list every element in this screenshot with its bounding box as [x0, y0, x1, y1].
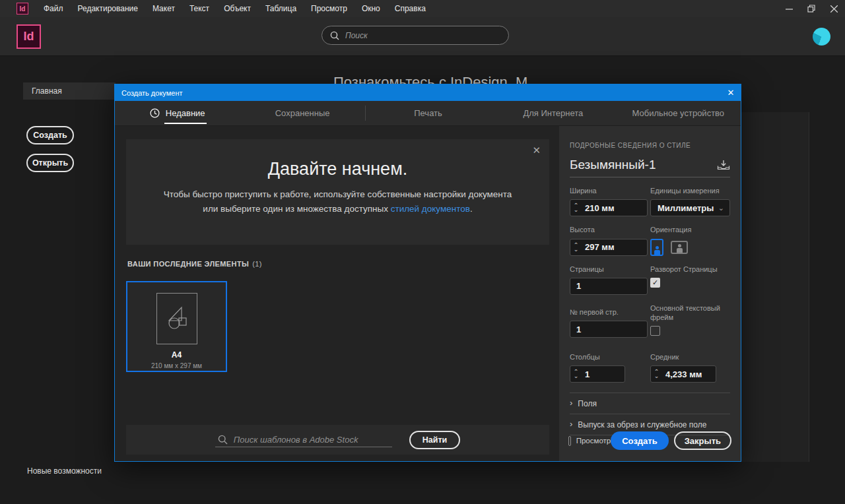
tab-mobile-label: Мобильное устройство	[632, 108, 725, 118]
pages-label: Страницы	[570, 265, 648, 274]
menu-layout[interactable]: Макет	[145, 0, 182, 17]
columns-label: Столбцы	[570, 352, 648, 362]
close-window-icon[interactable]	[823, 0, 845, 17]
whats-new-link[interactable]: Новые возможности	[27, 466, 102, 476]
stepper-arrows-icon[interactable]: ⌃⌄	[570, 243, 582, 252]
width-label: Ширина	[570, 186, 648, 195]
dialog-title: Создать документ	[121, 89, 183, 97]
chevron-right-icon: ›	[570, 419, 572, 429]
units-label: Единицы измерения	[650, 186, 730, 195]
menu-object[interactable]: Объект	[217, 0, 258, 17]
tab-mobile[interactable]: Мобильное устройство	[616, 101, 741, 125]
facing-pages-checkbox[interactable]: ✓	[650, 278, 660, 288]
menu-file[interactable]: Файл	[36, 0, 71, 17]
start-page-input[interactable]: 1	[570, 321, 648, 338]
window-controls	[778, 0, 845, 17]
app-search-input[interactable]: Поиск	[321, 26, 509, 45]
primary-text-frame-label: Основной текстовый фрейм	[650, 303, 730, 323]
preset-details-sidebar: ПОДРОБНЫЕ СВЕДЕНИЯ О СТИЛЕ Безымянный-1 …	[559, 126, 741, 461]
tab-saved[interactable]: Сохраненные	[240, 101, 364, 125]
background-panel	[741, 112, 809, 462]
document-name-input[interactable]: Безымянный-1	[570, 158, 656, 172]
orientation-field: Ориентация	[650, 225, 730, 255]
stepper-arrows-icon[interactable]: ⌃⌄	[570, 369, 582, 379]
hero-body: Чтобы быстро приступить к работе, исполь…	[160, 187, 516, 216]
menu-type[interactable]: Текст	[182, 0, 217, 17]
columns-value: 1	[582, 369, 590, 379]
gutter-label: Средник	[650, 352, 730, 362]
start-page-value: 1	[570, 325, 581, 334]
save-preset-icon[interactable]	[717, 160, 730, 171]
units-select[interactable]: Миллиметры ⌄	[650, 199, 730, 216]
stock-search-placeholder: Поиск шаблонов в Adobe Stock	[234, 435, 358, 445]
tab-print-label: Печать	[414, 108, 442, 118]
home-create-button[interactable]: Создать	[26, 126, 74, 144]
pages-input[interactable]: 1	[570, 278, 648, 295]
preview-checkbox[interactable]	[568, 436, 571, 446]
recent-document-card[interactable]: A4 210 мм x 297 мм	[126, 281, 227, 372]
tab-web[interactable]: Для Интернета	[490, 101, 615, 125]
height-stepper[interactable]: ⌃⌄ 297 мм	[570, 239, 648, 256]
tab-home[interactable]: Главная	[23, 82, 116, 100]
app-bar: Id Поиск	[0, 17, 845, 56]
search-icon	[218, 435, 228, 445]
start-page-field: № первой стр. 1	[570, 307, 648, 338]
orientation-landscape-icon[interactable]	[671, 241, 688, 254]
create-document-dialog: Создать документ ✕ Недавние Сохраненные …	[114, 84, 741, 462]
recent-items-heading: ВАШИ ПОСЛЕДНИЕ ЭЛЕМЕНТЫ(1)	[127, 260, 262, 268]
gutter-field: Средник ⌃⌄ 4,233 мм	[650, 352, 730, 383]
tab-recent[interactable]: Недавние	[115, 101, 240, 125]
height-field: Высота ⌃⌄ 297 мм	[570, 225, 648, 255]
close-dialog-button[interactable]: Закрыть	[674, 431, 731, 450]
dialog-close-icon[interactable]: ✕	[721, 88, 741, 98]
menu-help[interactable]: Справка	[388, 0, 433, 17]
tab-home-label: Главная	[32, 86, 62, 96]
margins-label: Поля	[578, 399, 597, 408]
user-avatar[interactable]	[813, 28, 830, 46]
card-name: A4	[172, 350, 182, 360]
check-icon: ✓	[652, 278, 658, 287]
stepper-arrows-icon[interactable]: ⌃⌄	[570, 203, 582, 212]
document-styles-link[interactable]: стилей документов	[391, 204, 470, 214]
units-field: Единицы измерения Миллиметры ⌄	[650, 186, 730, 216]
width-value: 210 мм	[582, 203, 615, 213]
margins-disclosure[interactable]: › Поля	[570, 393, 730, 414]
orientation-portrait-icon[interactable]	[650, 239, 663, 256]
facing-pages-label: Разворот Страницы	[650, 265, 730, 274]
menu-window[interactable]: Окно	[355, 0, 388, 17]
menu-table[interactable]: Таблица	[258, 0, 304, 17]
height-value: 297 мм	[582, 242, 615, 252]
tab-web-label: Для Интернета	[523, 108, 583, 118]
hero-panel: ✕ Давайте начнем. Чтобы быстро приступит…	[126, 139, 549, 245]
menu-items: Файл Редактирование Макет Текст Объект Т…	[36, 0, 433, 17]
menu-edit[interactable]: Редактирование	[71, 0, 145, 17]
gutter-stepper[interactable]: ⌃⌄ 4,233 мм	[650, 365, 716, 383]
card-size: 210 мм x 297 мм	[151, 362, 202, 369]
tab-print[interactable]: Печать	[366, 101, 490, 125]
hero-close-icon[interactable]: ✕	[532, 144, 541, 156]
height-label: Высота	[570, 225, 648, 234]
clock-icon	[150, 108, 160, 118]
document-thumbnail-icon	[156, 293, 197, 344]
pages-field: Страницы 1	[570, 265, 648, 295]
stock-search-input[interactable]: Поиск шаблонов в Adobe Stock	[215, 433, 392, 447]
home-open-button[interactable]: Открыть	[26, 154, 74, 172]
dialog-content: ✕ Давайте начнем. Чтобы быстро приступит…	[115, 126, 559, 461]
tab-saved-label: Сохраненные	[275, 108, 330, 118]
chevron-right-icon: ›	[570, 398, 572, 408]
pages-value: 1	[570, 281, 581, 291]
app-search-placeholder: Поиск	[345, 31, 368, 40]
stock-search-bar: Поиск шаблонов в Adobe Stock Найти	[126, 425, 549, 455]
indesign-mini-logo-icon: Id	[17, 3, 28, 15]
minimize-icon[interactable]	[778, 0, 800, 17]
stock-search-button[interactable]: Найти	[409, 431, 460, 449]
menu-view[interactable]: Просмотр	[304, 0, 355, 17]
stepper-arrows-icon[interactable]: ⌃⌄	[651, 369, 662, 379]
preview-label: Просмотр	[576, 437, 611, 445]
restore-icon[interactable]	[800, 0, 823, 17]
width-stepper[interactable]: ⌃⌄ 210 мм	[570, 199, 648, 216]
menu-bar: Id Файл Редактирование Макет Текст Объек…	[0, 0, 845, 17]
columns-stepper[interactable]: ⌃⌄ 1	[570, 365, 625, 383]
primary-text-frame-checkbox[interactable]	[650, 326, 660, 336]
create-document-button[interactable]: Создать	[611, 431, 668, 450]
